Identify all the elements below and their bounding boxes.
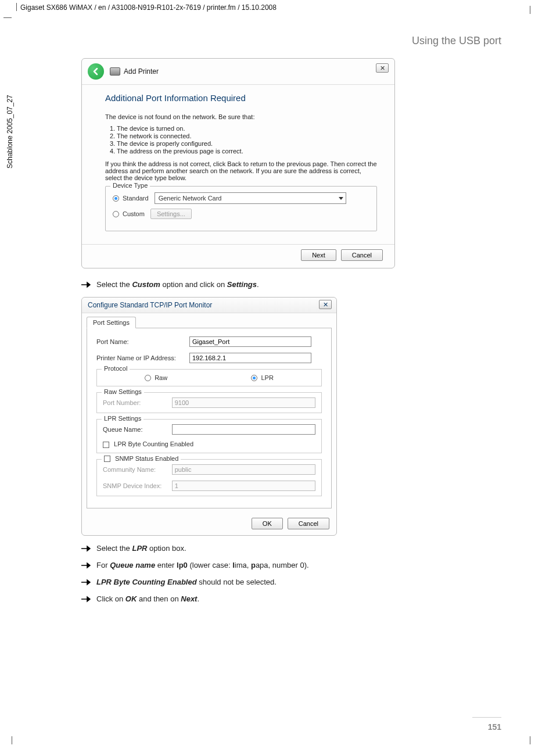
crop-mark	[16, 3, 17, 11]
cancel-button[interactable]: Cancel	[288, 518, 329, 529]
protocol-group: Protocol Raw LPR	[96, 369, 322, 386]
settings-button: Settings...	[150, 209, 192, 219]
community-name-input	[172, 464, 315, 475]
device-type-group: Device Type Standard Generic Network Car…	[105, 186, 377, 231]
checkbox-icon[interactable]	[103, 442, 109, 448]
crop-mark	[3, 17, 12, 18]
arrow-right-icon	[81, 596, 93, 603]
next-button[interactable]: Next	[301, 249, 336, 261]
crop-mark	[530, 6, 530, 14]
close-icon[interactable]: ✕	[319, 300, 332, 309]
printer-address-label: Printer Name or IP Address:	[96, 354, 189, 361]
paragraph: If you think the address is not correct,…	[105, 160, 377, 181]
snmp-group: SNMP Status Enabled Community Name: SNMP…	[96, 459, 322, 496]
document-path: Gigaset SX686 WiMAX / en / A31008-N919-R…	[20, 3, 277, 12]
radio-icon[interactable]	[113, 211, 119, 217]
tab-port-settings[interactable]: Port Settings	[87, 317, 136, 328]
dropdown-value: Generic Network Card	[159, 195, 222, 202]
community-name-label: Community Name:	[103, 466, 172, 473]
instruction-step: Select the Custom option and click on Se…	[81, 280, 500, 289]
radio-icon[interactable]	[113, 195, 119, 202]
chevron-down-icon	[339, 197, 343, 200]
printer-address-row: Printer Name or IP Address:	[96, 353, 322, 363]
radio-icon[interactable]	[251, 375, 257, 381]
checkbox-icon[interactable]	[104, 456, 110, 462]
raw-radio[interactable]: Raw	[145, 374, 167, 381]
byte-counting-checkbox[interactable]: LPR Byte Counting Enabled	[103, 440, 315, 448]
printer-address-input[interactable]	[189, 353, 311, 363]
dialog-title: Configure Standard TCP/IP Port Monitor	[88, 301, 212, 309]
snmp-index-label: SNMP Device Index:	[103, 482, 172, 489]
group-legend: Device Type	[110, 182, 150, 189]
port-name-label: Port Name:	[96, 338, 189, 345]
snmp-index-input	[172, 481, 315, 491]
list-item: 3. The device is properly configured.	[110, 140, 377, 147]
checkbox-label: SNMP Status Enabled	[115, 455, 178, 462]
radio-label: Standard	[123, 195, 149, 202]
add-printer-dialog: Add Printer ✕ Additional Port Informatio…	[81, 58, 395, 268]
port-monitor-dialog: Configure Standard TCP/IP Port Monitor ✕…	[81, 297, 337, 536]
instruction-step: LPR Byte Counting Enabled should not be …	[81, 578, 500, 586]
dialog-title-bar: Configure Standard TCP/IP Port Monitor ✕	[82, 298, 336, 313]
instruction-step: For Queue name enter lp0 (lower case: li…	[81, 561, 500, 569]
custom-radio-row[interactable]: Custom Settings...	[113, 209, 369, 219]
radio-label: Raw	[155, 374, 167, 381]
arrow-right-icon	[81, 281, 93, 288]
checkbox-label: LPR Byte Counting Enabled	[114, 440, 193, 447]
radio-icon[interactable]	[145, 375, 151, 381]
arrow-right-icon	[81, 545, 93, 552]
ok-button[interactable]: OK	[252, 518, 283, 529]
arrow-right-icon	[81, 579, 93, 586]
checklist: 1. The device is turned on. 2. The netwo…	[110, 125, 377, 155]
port-number-input	[172, 397, 315, 408]
template-name: Schablone 2005_07_27	[6, 95, 14, 169]
queue-name-label: Queue Name:	[103, 426, 172, 433]
dialog-footer: OK Cancel	[82, 513, 336, 535]
standard-radio-row[interactable]: Standard Generic Network Card	[113, 192, 369, 204]
arrow-right-icon	[81, 562, 93, 569]
crop-mark	[530, 736, 530, 744]
group-legend: Protocol	[102, 365, 130, 372]
port-name-row: Port Name:	[96, 336, 322, 347]
cancel-button[interactable]: Cancel	[341, 249, 383, 261]
lpr-settings-group: LPR Settings Queue Name: LPR Byte Counti…	[96, 419, 322, 453]
dialog-header: Add Printer ✕	[82, 59, 394, 82]
tab-panel: Port Name: Printer Name or IP Address: P…	[87, 328, 332, 508]
crop-mark	[12, 736, 12, 744]
printer-icon	[110, 67, 120, 76]
dialog-title: Add Printer	[124, 67, 159, 76]
back-icon[interactable]	[88, 63, 104, 80]
instruction-step: Click on OK and then on Next.	[81, 594, 500, 603]
list-item: 4. The address on the previous page is c…	[110, 148, 377, 155]
instruction-step: Select the LPR option box.	[81, 544, 500, 553]
list-item: 1. The device is turned on.	[110, 125, 377, 132]
close-icon[interactable]: ✕	[376, 63, 389, 73]
group-legend: SNMP Status Enabled	[102, 455, 181, 463]
raw-settings-group: Raw Settings Port Number:	[96, 392, 322, 413]
list-item: 2. The network is connected.	[110, 132, 377, 139]
group-legend: LPR Settings	[102, 415, 143, 422]
device-type-dropdown[interactable]: Generic Network Card	[155, 192, 346, 204]
queue-name-input[interactable]	[172, 424, 315, 435]
dialog-heading: Additional Port Information Required	[105, 93, 377, 103]
page-number-rule	[472, 717, 501, 718]
intro-text: The device is not found on the network. …	[105, 113, 377, 120]
port-name-input[interactable]	[189, 336, 311, 347]
radio-label: LPR	[261, 374, 273, 381]
port-number-label: Port Number:	[103, 399, 172, 406]
group-legend: Raw Settings	[102, 388, 144, 395]
radio-label: Custom	[123, 210, 145, 217]
page-number: 151	[488, 722, 501, 732]
dialog-footer: Next Cancel	[82, 244, 394, 261]
page-section-title: Using the USB port	[412, 35, 501, 47]
lpr-radio[interactable]: LPR	[251, 374, 273, 381]
